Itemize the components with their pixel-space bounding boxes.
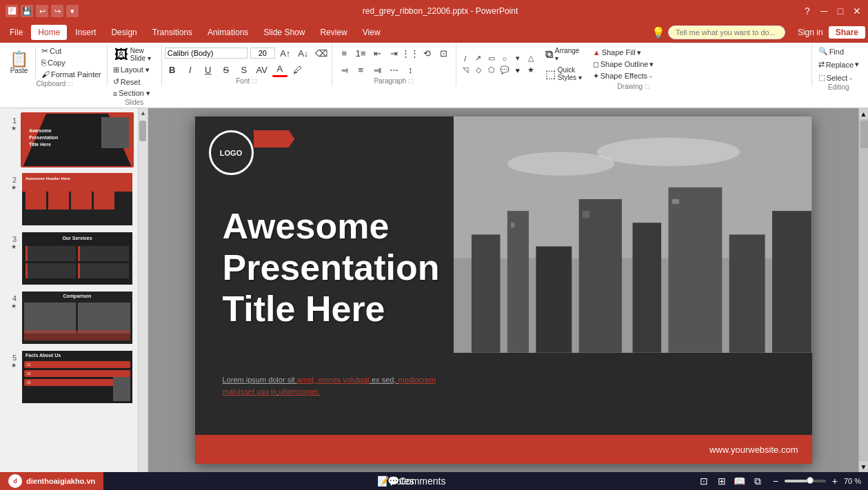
- underline-button[interactable]: U: [201, 62, 216, 77]
- format-painter-button[interactable]: 🖌Format Painter: [39, 69, 104, 80]
- arrange-button[interactable]: ⧉ Arrange ▾: [541, 45, 586, 63]
- paste-button[interactable]: 📋 Paste: [6, 50, 32, 76]
- copy-button[interactable]: ⎘Copy: [39, 57, 104, 68]
- font-expand-icon[interactable]: ⬚: [252, 78, 257, 84]
- zoom-slider[interactable]: [785, 480, 826, 482]
- slide-thumb-4[interactable]: 4 ★ Comparison: [4, 290, 134, 345]
- comments-button[interactable]: 💬 Comments: [410, 475, 423, 487]
- shape-rect[interactable]: ▭: [485, 53, 498, 64]
- slide-thumb-5[interactable]: 5 ★ Facts About Us 01 02 03: [4, 349, 134, 405]
- increase-indent-button[interactable]: ⇥: [386, 45, 401, 61]
- highlight-button[interactable]: 🖊: [290, 62, 305, 77]
- slide-sorter-button[interactable]: ⊞: [716, 475, 728, 487]
- find-button[interactable]: 🔍 Find: [815, 45, 847, 57]
- customize-qat-button[interactable]: ▾: [66, 5, 79, 17]
- shape-line[interactable]: /: [459, 53, 472, 64]
- restore-button[interactable]: □: [835, 6, 846, 17]
- shape-callout[interactable]: 💬: [498, 65, 511, 76]
- sign-in-button[interactable]: Sign in: [798, 28, 823, 37]
- layout-button[interactable]: ⊞ Layout ▾: [110, 65, 152, 75]
- zoom-out-button[interactable]: −: [769, 475, 782, 487]
- convert-to-smartart-button[interactable]: ⊡: [436, 45, 451, 61]
- menu-home[interactable]: Home: [31, 25, 67, 40]
- scroll-up-arrow[interactable]: ▲: [139, 108, 148, 118]
- drawing-expand-icon[interactable]: ⬚: [645, 83, 650, 90]
- save-button[interactable]: 💾: [21, 5, 33, 17]
- justify-button[interactable]: ⋯: [386, 62, 401, 77]
- shape-arrow[interactable]: ↗: [472, 53, 485, 64]
- presenter-view-button[interactable]: ⧉: [751, 475, 764, 487]
- shape-more[interactable]: ▾: [512, 53, 524, 64]
- slide-image-4[interactable]: Comparison: [21, 290, 134, 345]
- text-direction-button[interactable]: ⟲: [419, 45, 434, 61]
- menu-transitions[interactable]: Transitions: [145, 25, 199, 40]
- slide-thumb-1[interactable]: 1 ★ AwesomePresentationTitle Here: [4, 112, 134, 167]
- slide-thumb-2[interactable]: 2 ★ Awesome Header Here: [4, 172, 134, 227]
- share-button[interactable]: Share: [829, 26, 865, 39]
- line-spacing-button[interactable]: ↕: [403, 62, 418, 77]
- shape-penta[interactable]: ⬠: [485, 65, 498, 76]
- shape-triangle[interactable]: △: [525, 53, 537, 64]
- normal-view-button[interactable]: ⊡: [698, 475, 710, 487]
- new-slide-button[interactable]: 🖼 New Slide ▾: [110, 45, 159, 63]
- slide-image-1[interactable]: AwesomePresentationTitle Here: [21, 112, 134, 167]
- decrease-font-button[interactable]: A↓: [296, 45, 311, 61]
- decrease-indent-button[interactable]: ⇤: [370, 45, 385, 61]
- slide-image-2[interactable]: Awesome Header Here: [21, 172, 134, 227]
- main-slide-canvas[interactable]: LOGO Awesome Presentation Title Here Lor…: [195, 116, 812, 464]
- menu-file[interactable]: File: [3, 25, 30, 40]
- increase-font-button[interactable]: A↑: [278, 45, 293, 61]
- reading-view-button[interactable]: 📖: [734, 475, 746, 487]
- font-size-input[interactable]: [250, 48, 275, 59]
- font-spacing-button[interactable]: AV: [254, 62, 270, 77]
- slide-thumb-3[interactable]: 3 ★ Our Services: [4, 231, 134, 286]
- cut-button[interactable]: ✂Cut: [39, 45, 104, 57]
- align-left-button[interactable]: ⫤: [336, 62, 352, 77]
- quick-styles-button[interactable]: ⬚ Quick Styles ▾: [541, 65, 586, 83]
- scroll-thumb-right[interactable]: [860, 121, 868, 148]
- right-scrollbar[interactable]: ▲ ▼: [858, 108, 868, 472]
- shape-heart[interactable]: ♥: [512, 65, 524, 76]
- columns-button[interactable]: ⋮⋮: [403, 45, 418, 61]
- menu-slideshow[interactable]: Slide Show: [256, 25, 312, 40]
- strikethrough-button[interactable]: S: [219, 62, 234, 77]
- font-color-button[interactable]: A: [272, 62, 287, 77]
- undo-button[interactable]: ↩: [36, 5, 48, 17]
- shape-rtri[interactable]: ◹: [459, 65, 472, 76]
- shape-effects-button[interactable]: ✦ Shape Effects -: [590, 71, 657, 81]
- shadow-button[interactable]: S: [236, 62, 252, 77]
- align-right-button[interactable]: ⫥: [370, 62, 385, 77]
- scroll-down-button[interactable]: ▼: [859, 461, 868, 472]
- tell-me-input[interactable]: [668, 25, 785, 39]
- numbering-button[interactable]: 1≡: [353, 45, 368, 61]
- scroll-thumb[interactable]: [139, 121, 146, 141]
- zoom-in-button[interactable]: +: [829, 475, 841, 487]
- font-family-input[interactable]: [165, 48, 248, 59]
- bold-button[interactable]: B: [165, 62, 180, 77]
- shape-oval[interactable]: ○: [498, 53, 511, 64]
- close-button[interactable]: ✕: [851, 6, 862, 17]
- replace-button[interactable]: ⇄ Replace ▾: [815, 59, 862, 70]
- help-icon[interactable]: ?: [802, 6, 813, 17]
- section-button[interactable]: ≡ Section ▾: [110, 88, 153, 99]
- menu-view[interactable]: View: [356, 25, 387, 40]
- select-button[interactable]: ⬚ Select -: [815, 72, 856, 83]
- minimize-button[interactable]: ─: [818, 6, 829, 17]
- menu-animations[interactable]: Animations: [201, 25, 255, 40]
- shape-fill-button[interactable]: ▲ Shape Fill ▾: [590, 48, 657, 58]
- clipboard-expand-icon[interactable]: ⬚: [68, 81, 73, 87]
- reset-button[interactable]: ↺ Reset: [110, 76, 143, 87]
- menu-review[interactable]: Review: [313, 25, 354, 40]
- menu-insert[interactable]: Insert: [68, 25, 103, 40]
- bullets-button[interactable]: ≡: [336, 45, 352, 61]
- italic-button[interactable]: I: [183, 62, 198, 77]
- paragraph-expand-icon[interactable]: ⬚: [408, 78, 414, 84]
- canvas-area[interactable]: LOGO Awesome Presentation Title Here Lor…: [148, 108, 858, 472]
- slide-image-5[interactable]: Facts About Us 01 02 03: [21, 349, 134, 405]
- redo-button[interactable]: ↪: [51, 5, 63, 17]
- menu-design[interactable]: Design: [104, 25, 143, 40]
- scroll-up-button[interactable]: ▲: [859, 108, 868, 119]
- shape-star[interactable]: ★: [525, 65, 537, 76]
- slide-image-3[interactable]: Our Services: [21, 231, 134, 286]
- shape-diamond[interactable]: ◇: [472, 65, 485, 76]
